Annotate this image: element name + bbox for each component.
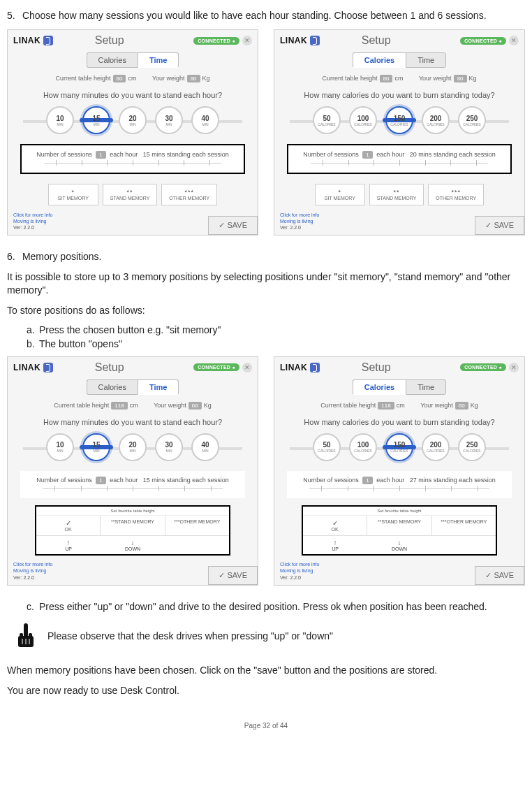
sessions-bar: Number of sessions 1 each hour 20 mins s… bbox=[287, 144, 512, 174]
option-150[interactable]: 150CALORIES bbox=[385, 433, 413, 461]
other-memory-button[interactable]: ***OTHER MEMORY bbox=[161, 184, 217, 205]
option-30[interactable]: 30MIN bbox=[155, 433, 183, 461]
option-20[interactable]: 20MIN bbox=[119, 433, 147, 461]
sessions-value[interactable]: 1 bbox=[362, 151, 372, 159]
close-icon[interactable]: ✕ bbox=[509, 36, 519, 45]
sessions-value[interactable]: 1 bbox=[362, 477, 372, 484]
option-50[interactable]: 50CALORIES bbox=[313, 433, 341, 461]
table-height-value[interactable]: 80 bbox=[113, 75, 126, 82]
option-150[interactable]: 150CALORIES bbox=[385, 106, 413, 134]
stand-memory-button[interactable]: **STAND MEMORY bbox=[103, 184, 158, 205]
option-200[interactable]: 200CALORIES bbox=[422, 433, 450, 461]
question-text: How many calories do you want to burn st… bbox=[274, 91, 524, 99]
connected-badge: CONNECTED ● bbox=[460, 363, 506, 371]
tab-time[interactable]: Time bbox=[406, 379, 446, 395]
tab-calories[interactable]: Calories bbox=[87, 379, 138, 395]
save-button[interactable]: ✓ SAVE bbox=[475, 216, 524, 235]
weight-value[interactable]: 60 bbox=[455, 402, 468, 409]
step-5-num: 5. bbox=[7, 10, 20, 21]
bluetooth-icon bbox=[310, 363, 320, 372]
tab-calories[interactable]: Calories bbox=[353, 379, 406, 395]
sit-memory-button[interactable]: *SIT MEMORY bbox=[48, 184, 98, 205]
tab-time[interactable]: Time bbox=[138, 52, 179, 68]
tagline: Moving is living bbox=[280, 567, 319, 574]
memory-row: *SIT MEMORY **STAND MEMORY ***OTHER MEMO… bbox=[274, 184, 524, 205]
table-height-field: Current table height80cm bbox=[55, 75, 136, 82]
option-100[interactable]: 100CALORIES bbox=[349, 433, 377, 461]
more-info-link[interactable]: Click for more info bbox=[13, 561, 52, 567]
memory-ok-cell[interactable]: ✓OK bbox=[36, 516, 101, 535]
step-6c: c.Press either "up" or "down" and drive … bbox=[27, 601, 525, 612]
option-20[interactable]: 20MIN bbox=[119, 106, 147, 134]
memory-up-button[interactable]: ↑UP bbox=[303, 536, 367, 554]
table-height-value[interactable]: 80 bbox=[380, 75, 393, 82]
info-block: Click for more info Moving is living Ver… bbox=[13, 212, 52, 231]
option-10[interactable]: 10MIN bbox=[46, 106, 74, 134]
weight-value[interactable]: 80 bbox=[454, 75, 467, 82]
table-height-value[interactable]: 118 bbox=[111, 402, 127, 409]
option-40[interactable]: 40MIN bbox=[191, 106, 219, 134]
pointing-hand-icon bbox=[14, 622, 38, 650]
screenshot-row-1: LINAK Setup CONNECTED ● ✕ Calories Time … bbox=[7, 29, 525, 235]
sessions-bar: Number of sessions 1 each hour 15 mins s… bbox=[20, 471, 245, 498]
tab-calories[interactable]: Calories bbox=[353, 52, 406, 68]
save-button[interactable]: ✓ SAVE bbox=[208, 216, 258, 235]
memory-row: *SIT MEMORY **STAND MEMORY ***OTHER MEMO… bbox=[8, 184, 258, 205]
save-button[interactable]: ✓ SAVE bbox=[208, 566, 258, 585]
option-40[interactable]: 40MIN bbox=[191, 433, 219, 461]
tab-calories[interactable]: Calories bbox=[87, 52, 138, 68]
other-memory-button[interactable]: ***OTHER MEMORY bbox=[165, 516, 229, 535]
save-button[interactable]: ✓ SAVE bbox=[475, 566, 524, 585]
memory-down-button[interactable]: ↓DOWN bbox=[367, 536, 431, 554]
page-footer: Page 32 of 44 bbox=[7, 722, 525, 730]
close-icon[interactable]: ✕ bbox=[242, 36, 252, 45]
step-6a-letter: a. bbox=[27, 324, 39, 335]
table-height-value[interactable]: 118 bbox=[378, 402, 394, 409]
step-6a-text: Press the chosen button e.g. "sit memory… bbox=[39, 324, 221, 335]
after-note-1: When memory positions have been chosen. … bbox=[7, 664, 525, 677]
screenshot-row-2: LINAK Setup CONNECTED ● ✕ Calories Time … bbox=[7, 356, 525, 586]
after-note-2: You are now ready to use Desk Control. bbox=[7, 684, 525, 697]
option-100[interactable]: 100CALORIES bbox=[349, 106, 377, 134]
option-10[interactable]: 10MIN bbox=[46, 433, 74, 461]
stand-memory-button[interactable]: **STAND MEMORY bbox=[367, 516, 431, 535]
option-15[interactable]: 15MIN bbox=[82, 106, 110, 134]
memory-down-button[interactable]: ↓DOWN bbox=[101, 536, 165, 554]
option-250[interactable]: 250CALORIES bbox=[458, 433, 486, 461]
info-block: Click for more info Moving is living Ver… bbox=[280, 561, 319, 580]
memory-up-button[interactable]: ↑UP bbox=[36, 536, 101, 554]
tab-time[interactable]: Time bbox=[138, 379, 179, 395]
bluetooth-icon bbox=[310, 36, 320, 45]
question-text: How many minutes do you want to stand ea… bbox=[8, 418, 258, 426]
weight-field: Your weight80Kg bbox=[419, 75, 477, 82]
version-label: Ver: 2.2.0 bbox=[13, 574, 52, 581]
option-30[interactable]: 30MIN bbox=[155, 106, 183, 134]
sessions-value[interactable]: 1 bbox=[96, 151, 105, 159]
stand-memory-button[interactable]: **STAND MEMORY bbox=[369, 184, 424, 205]
connected-badge: CONNECTED ● bbox=[193, 37, 239, 45]
more-info-link[interactable]: Click for more info bbox=[13, 212, 52, 218]
table-height-field: Current table height118cm bbox=[54, 402, 138, 409]
option-50[interactable]: 50CALORIES bbox=[313, 106, 341, 134]
step-6-title: Memory positions. bbox=[22, 251, 102, 262]
memory-ok-cell[interactable]: ✓OK bbox=[303, 516, 367, 535]
weight-value[interactable]: 60 bbox=[189, 402, 202, 409]
sessions-value[interactable]: 1 bbox=[96, 477, 105, 484]
bluetooth-icon bbox=[43, 363, 53, 372]
tab-time[interactable]: Time bbox=[406, 52, 446, 68]
other-memory-button[interactable]: ***OTHER MEMORY bbox=[428, 184, 484, 205]
more-info-link[interactable]: Click for more info bbox=[280, 212, 319, 218]
option-200[interactable]: 200CALORIES bbox=[422, 106, 450, 134]
step-6-num: 6. bbox=[7, 251, 20, 262]
close-icon[interactable]: ✕ bbox=[509, 363, 519, 372]
step-5: 5. Choose how many sessions you would li… bbox=[7, 10, 525, 21]
info-block: Click for more info Moving is living Ver… bbox=[13, 561, 52, 580]
sit-memory-button[interactable]: *SIT MEMORY bbox=[315, 184, 365, 205]
option-15[interactable]: 15MIN bbox=[82, 433, 110, 461]
weight-value[interactable]: 80 bbox=[187, 75, 200, 82]
other-memory-button[interactable]: ***OTHER MEMORY bbox=[432, 516, 496, 535]
more-info-link[interactable]: Click for more info bbox=[280, 561, 319, 567]
close-icon[interactable]: ✕ bbox=[242, 363, 252, 372]
option-250[interactable]: 250CALORIES bbox=[458, 106, 486, 134]
stand-memory-button[interactable]: **STAND MEMORY bbox=[101, 516, 165, 535]
